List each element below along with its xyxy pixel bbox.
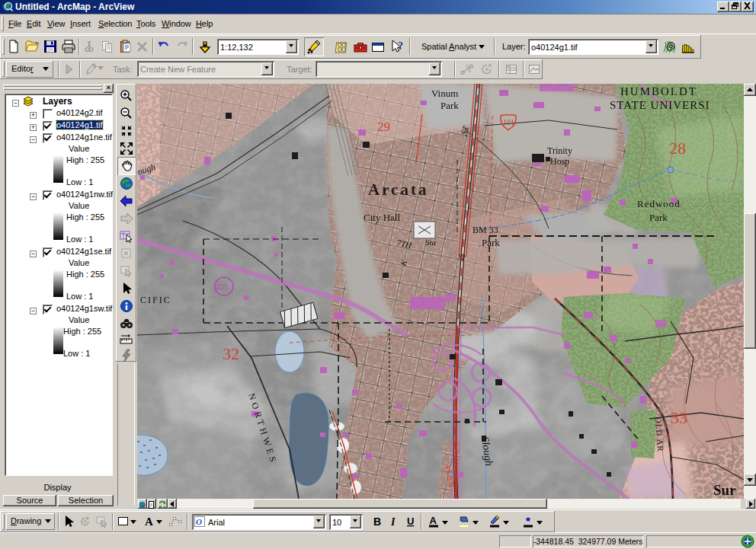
svg-text:Redwood: Redwood xyxy=(637,198,681,209)
svg-text:32: 32 xyxy=(223,344,239,363)
svg-text:Trinity: Trinity xyxy=(547,145,572,156)
svg-text:B: B xyxy=(373,515,381,528)
svg-text:28: 28 xyxy=(669,139,686,158)
svg-text:BM 33: BM 33 xyxy=(472,225,498,235)
svg-text:City Hall: City Hall xyxy=(364,212,400,223)
svg-text:CIFIC: CIFIC xyxy=(140,295,171,305)
svg-text:Park: Park xyxy=(482,237,500,248)
svg-text:STATE UNIVERSI: STATE UNIVERSI xyxy=(610,99,710,111)
svg-text:Vinum: Vinum xyxy=(431,88,458,99)
svg-text:255: 255 xyxy=(216,282,227,291)
svg-text:Park: Park xyxy=(649,212,668,223)
svg-text:O: O xyxy=(196,517,202,526)
svg-text:A: A xyxy=(145,515,153,528)
svg-text:Park: Park xyxy=(440,100,459,111)
svg-text:101: 101 xyxy=(503,118,514,126)
svg-text:33: 33 xyxy=(671,408,687,427)
svg-text:Sur: Sur xyxy=(713,482,736,498)
svg-text:U: U xyxy=(407,515,414,527)
svg-text:29: 29 xyxy=(377,120,390,134)
svg-text:I: I xyxy=(390,516,396,528)
svg-text:HUMBOLDT: HUMBOLDT xyxy=(620,85,697,97)
svg-text:Hosp: Hosp xyxy=(550,156,569,167)
svg-text:?: ? xyxy=(398,40,403,52)
svg-text:Sta: Sta xyxy=(425,238,437,247)
svg-text:A: A xyxy=(430,515,437,526)
svg-text:Arcata: Arcata xyxy=(368,180,428,199)
